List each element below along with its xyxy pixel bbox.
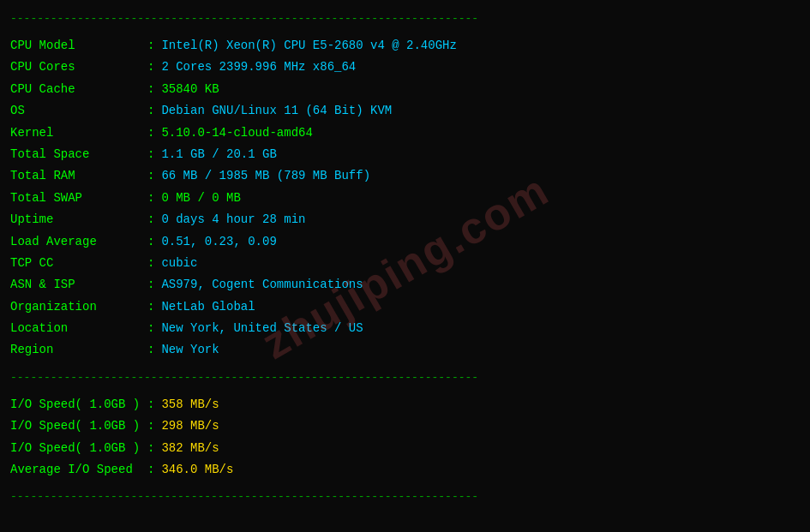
system-info-row: Region: New York [10,340,800,359]
system-info-row: Uptime: 0 days 4 hour 28 min [10,210,800,229]
info-value: Intel(R) Xeon(R) CPU E5-2680 v4 @ 2.40GH… [161,36,456,55]
colon-separator: : [147,395,154,414]
colon-separator: : [147,319,154,338]
middle-divider: ----------------------------------------… [10,371,800,384]
info-label: Kernel [10,123,147,142]
info-value: 5.10.0-14-cloud-amd64 [161,123,312,142]
system-info-row: Total Space: 1.1 GB / 20.1 GB [10,145,800,164]
io-value: 346.0 MB/s [161,460,233,479]
info-label: TCP CC [10,254,147,272]
info-label: Region [10,340,147,359]
info-value: AS979, Cogent Communications [161,275,363,294]
info-label: Uptime [10,210,147,229]
colon-separator: : [147,57,154,76]
colon-separator: : [147,275,154,294]
io-value: 382 MB/s [161,439,219,457]
colon-separator: : [147,297,154,316]
system-info-row: ASN & ISP: AS979, Cogent Communications [10,275,800,294]
system-info-row: Total RAM: 66 MB / 1985 MB (789 MB Buff) [10,166,800,185]
colon-separator: : [147,210,154,229]
io-info-row: I/O Speed( 1.0GB ): 358 MB/s [10,395,800,414]
info-value: cubic [161,254,197,272]
system-info-row: CPU Cache: 35840 KB [10,80,800,99]
colon-separator: : [147,188,154,207]
io-label: I/O Speed( 1.0GB ) [10,416,147,435]
io-info-row: I/O Speed( 1.0GB ): 298 MB/s [10,416,800,435]
io-info-section: I/O Speed( 1.0GB ): 358 MB/sI/O Speed( 1… [10,389,800,486]
colon-separator: : [147,166,154,185]
info-label: Total RAM [10,166,147,185]
system-info-row: Kernel: 5.10.0-14-cloud-amd64 [10,123,800,142]
colon-separator: : [147,101,154,120]
info-value: New York [161,340,219,359]
system-info-section: CPU Model: Intel(R) Xeon(R) CPU E5-2680 … [10,30,800,366]
io-info-row: Average I/O Speed: 346.0 MB/s [10,460,800,479]
info-value: New York, United States / US [161,319,363,338]
io-label: I/O Speed( 1.0GB ) [10,439,147,457]
info-label: OS [10,101,147,120]
io-info-row: I/O Speed( 1.0GB ): 382 MB/s [10,439,800,457]
info-value: 1.1 GB / 20.1 GB [161,145,276,164]
colon-separator: : [147,439,154,457]
top-divider: ----------------------------------------… [10,12,800,25]
io-label: Average I/O Speed [10,460,147,479]
info-value: 0.51, 0.23, 0.09 [161,232,276,251]
colon-separator: : [147,254,154,272]
info-value: 66 MB / 1985 MB (789 MB Buff) [161,166,370,185]
info-label: CPU Cores [10,57,147,76]
system-info-row: Load Average: 0.51, 0.23, 0.09 [10,232,800,251]
colon-separator: : [147,416,154,435]
info-value: 2 Cores 2399.996 MHz x86_64 [161,57,356,76]
system-info-row: TCP CC: cubic [10,254,800,272]
info-label: Location [10,319,147,338]
colon-separator: : [147,80,154,99]
colon-separator: : [147,340,154,359]
system-info-row: OS: Debian GNU/Linux 11 (64 Bit) KVM [10,101,800,120]
colon-separator: : [147,232,154,251]
colon-separator: : [147,460,154,479]
system-info-row: CPU Cores: 2 Cores 2399.996 MHz x86_64 [10,57,800,76]
system-info-row: Location: New York, United States / US [10,319,800,338]
colon-separator: : [147,123,154,142]
info-label: Total SWAP [10,188,147,207]
system-info-row: Total SWAP: 0 MB / 0 MB [10,188,800,207]
io-value: 298 MB/s [161,416,219,435]
info-value: 0 MB / 0 MB [161,188,240,207]
info-label: CPU Model [10,36,147,55]
colon-separator: : [147,145,154,164]
info-value: 0 days 4 hour 28 min [161,210,305,229]
info-value: NetLab Global [161,297,255,316]
io-label: I/O Speed( 1.0GB ) [10,395,147,414]
info-value: 35840 KB [161,80,219,99]
info-label: Load Average [10,232,147,251]
info-value: Debian GNU/Linux 11 (64 Bit) KVM [161,101,392,120]
info-label: Organization [10,297,147,316]
bottom-divider: ----------------------------------------… [10,490,800,503]
io-value: 358 MB/s [161,395,219,414]
colon-separator: : [147,36,154,55]
info-label: CPU Cache [10,80,147,99]
info-label: Total Space [10,145,147,164]
system-info-row: CPU Model: Intel(R) Xeon(R) CPU E5-2680 … [10,36,800,55]
info-label: ASN & ISP [10,275,147,294]
system-info-row: Organization: NetLab Global [10,297,800,316]
